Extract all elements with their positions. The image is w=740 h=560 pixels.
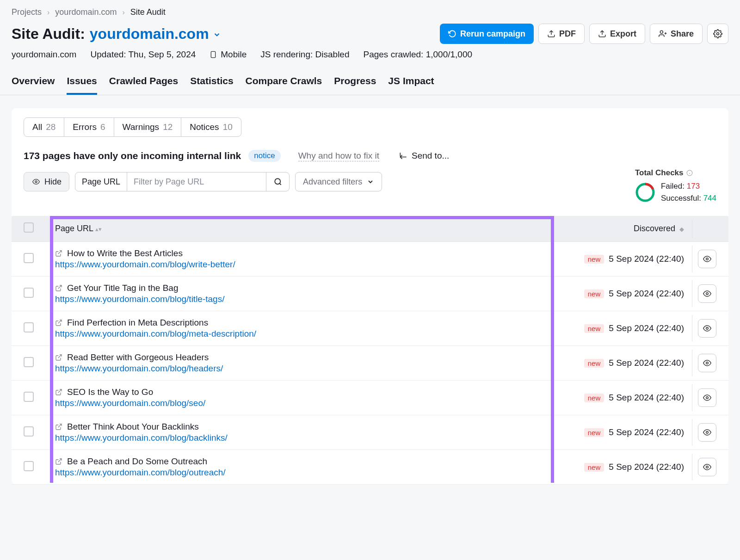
tab-js-impact[interactable]: JS Impact bbox=[388, 75, 434, 95]
url-filter-group: Page URL bbox=[75, 172, 290, 191]
breadcrumb-domain[interactable]: yourdomain.com bbox=[55, 7, 117, 17]
rerun-campaign-button[interactable]: Rerun campaign bbox=[440, 24, 534, 44]
advanced-filters-button[interactable]: Advanced filters bbox=[295, 172, 382, 191]
table-row: Read Better with Gorgeous Headershttps:/… bbox=[12, 346, 728, 381]
filter-pill-notices[interactable]: Notices 10 bbox=[181, 118, 241, 136]
export-label: Export bbox=[610, 29, 636, 39]
row-checkbox[interactable] bbox=[24, 357, 34, 367]
url-filter-input[interactable] bbox=[127, 172, 266, 191]
page-url-link[interactable]: https://www.yourdomain.com/blog/title-ta… bbox=[55, 294, 573, 304]
page-url-link[interactable]: https://www.yourdomain.com/blog/seo/ bbox=[55, 398, 573, 408]
col-page-url[interactable]: Page URL▴▾ bbox=[39, 216, 579, 242]
row-checkbox[interactable] bbox=[24, 288, 34, 298]
share-button[interactable]: Share bbox=[650, 24, 703, 44]
view-button[interactable] bbox=[698, 284, 716, 303]
svg-point-23 bbox=[706, 362, 709, 364]
hide-button[interactable]: Hide bbox=[24, 172, 69, 191]
svg-line-10 bbox=[279, 183, 281, 185]
why-how-link[interactable]: Why and how to fix it bbox=[298, 151, 379, 161]
advanced-filters-label: Advanced filters bbox=[303, 177, 362, 187]
settings-button[interactable] bbox=[707, 24, 728, 44]
eye-icon bbox=[702, 289, 712, 298]
chevron-right-icon: › bbox=[47, 8, 49, 17]
new-badge: new bbox=[584, 324, 604, 333]
external-link-icon[interactable] bbox=[55, 458, 62, 465]
issue-type-filter: All 28Errors 6Warnings 12Notices 10 bbox=[24, 117, 241, 137]
view-button[interactable] bbox=[698, 458, 716, 476]
breadcrumb: Projects › yourdomain.com › Site Audit bbox=[12, 7, 728, 17]
tab-issues[interactable]: Issues bbox=[67, 75, 97, 95]
export-button[interactable]: Export bbox=[589, 24, 645, 44]
filter-pill-errors[interactable]: Errors 6 bbox=[64, 118, 114, 136]
tab-overview[interactable]: Overview bbox=[12, 75, 55, 95]
pill-label: Notices bbox=[190, 122, 219, 132]
external-link-icon[interactable] bbox=[55, 250, 62, 257]
external-link-icon[interactable] bbox=[55, 388, 62, 396]
external-link-icon[interactable] bbox=[55, 423, 62, 431]
gear-icon bbox=[713, 29, 722, 38]
discovered-date: 5 Sep 2024 (22:40) bbox=[609, 254, 684, 264]
filter-pill-all[interactable]: All 28 bbox=[24, 118, 64, 136]
page-url-link[interactable]: https://www.yourdomain.com/blog/outreach… bbox=[55, 468, 573, 478]
pill-label: All bbox=[32, 122, 42, 132]
svg-line-20 bbox=[58, 320, 62, 323]
row-checkbox[interactable] bbox=[24, 426, 34, 437]
new-badge: new bbox=[584, 428, 604, 437]
send-to-button[interactable]: Send to... bbox=[399, 151, 449, 161]
pill-count: 10 bbox=[223, 122, 233, 132]
external-link-icon[interactable] bbox=[55, 354, 62, 361]
view-button[interactable] bbox=[698, 423, 716, 442]
tab-progress[interactable]: Progress bbox=[334, 75, 376, 95]
filter-field-label[interactable]: Page URL bbox=[75, 172, 127, 191]
info-icon[interactable] bbox=[686, 170, 693, 176]
page-title-text: Find Perfection in Meta Descriptions bbox=[67, 318, 208, 328]
svg-line-26 bbox=[58, 424, 62, 427]
domain-dropdown[interactable]: yourdomain.com bbox=[90, 25, 221, 43]
svg-point-2 bbox=[660, 31, 663, 33]
user-plus-icon bbox=[659, 30, 667, 38]
refresh-icon bbox=[448, 30, 456, 38]
breadcrumb-projects[interactable]: Projects bbox=[12, 7, 42, 17]
page-url-link[interactable]: https://www.yourdomain.com/blog/headers/ bbox=[55, 363, 573, 374]
discovered-date: 5 Sep 2024 (22:40) bbox=[609, 462, 684, 472]
pdf-button[interactable]: PDF bbox=[538, 24, 585, 44]
svg-point-17 bbox=[706, 258, 709, 260]
pill-label: Errors bbox=[73, 122, 97, 132]
row-checkbox[interactable] bbox=[24, 392, 34, 402]
page-url-link[interactable]: https://www.yourdomain.com/blog/backlink… bbox=[55, 433, 573, 443]
search-button[interactable] bbox=[266, 172, 289, 191]
svg-point-29 bbox=[706, 466, 709, 468]
discovered-date: 5 Sep 2024 (22:40) bbox=[609, 393, 684, 402]
svg-point-5 bbox=[717, 33, 719, 35]
meta-domain: yourdomain.com bbox=[12, 49, 76, 60]
send-icon bbox=[399, 151, 408, 160]
view-button[interactable] bbox=[698, 354, 716, 372]
row-checkbox[interactable] bbox=[24, 253, 34, 263]
row-checkbox[interactable] bbox=[24, 322, 34, 332]
page-url-link[interactable]: https://www.yourdomain.com/blog/write-be… bbox=[55, 259, 573, 270]
external-link-icon[interactable] bbox=[55, 284, 62, 292]
row-checkbox[interactable] bbox=[24, 461, 34, 471]
meta-device: Mobile bbox=[210, 49, 247, 60]
tab-crawled-pages[interactable]: Crawled Pages bbox=[109, 75, 178, 95]
view-button[interactable] bbox=[698, 319, 716, 338]
new-badge: new bbox=[584, 463, 604, 472]
page-title-text: Be a Peach and Do Some Outreach bbox=[67, 456, 207, 467]
col-discovered[interactable]: Discovered ◆ bbox=[579, 216, 692, 242]
page-title-text: SEO Is the Way to Go bbox=[67, 387, 153, 397]
view-button[interactable] bbox=[698, 388, 716, 407]
new-badge: new bbox=[584, 255, 604, 264]
meta-device-label: Mobile bbox=[221, 49, 247, 60]
tab-compare-crawls[interactable]: Compare Crawls bbox=[246, 75, 322, 95]
page-url-link[interactable]: https://www.yourdomain.com/blog/meta-des… bbox=[55, 329, 573, 339]
tabs: OverviewIssuesCrawled PagesStatisticsCom… bbox=[0, 75, 740, 95]
external-link-icon[interactable] bbox=[55, 319, 62, 326]
tab-statistics[interactable]: Statistics bbox=[190, 75, 233, 95]
view-button[interactable] bbox=[698, 250, 716, 268]
sort-icon: ▴▾ bbox=[95, 226, 102, 233]
table-row: Find Perfection in Meta Descriptionshttp… bbox=[12, 311, 728, 346]
select-all-checkbox[interactable] bbox=[24, 222, 34, 233]
filter-pill-warnings[interactable]: Warnings 12 bbox=[114, 118, 182, 136]
pill-count: 6 bbox=[100, 122, 105, 132]
success-count: 744 bbox=[703, 194, 716, 203]
